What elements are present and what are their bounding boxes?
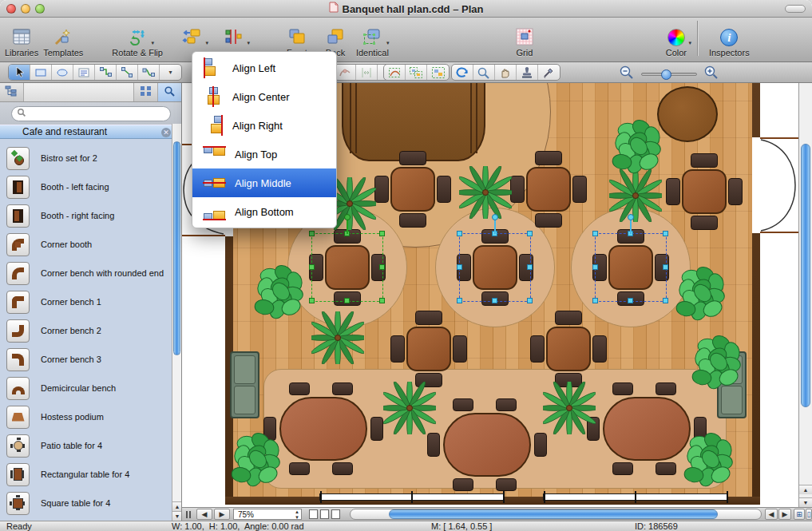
title-bar[interactable]: Banquet hall plan.cdd – Plan [0, 0, 812, 18]
search-field[interactable] [11, 106, 171, 121]
corner-bench-rounded-icon[interactable] [6, 262, 30, 285]
sidebar-scrollbar[interactable]: ▲ ▼ [172, 124, 181, 521]
selection-handle[interactable] [527, 264, 533, 270]
reshape-tool[interactable] [384, 65, 406, 80]
palm-plant[interactable] [383, 382, 436, 438]
canvas-vscrollbar-thumb[interactable] [801, 144, 810, 407]
selection-handle[interactable] [492, 298, 497, 303]
selection-handle[interactable] [592, 298, 598, 303]
selection-box[interactable] [311, 233, 383, 302]
selection-box[interactable] [459, 233, 531, 302]
hostess-podium-icon[interactable] [6, 406, 30, 429]
distribute-shapes-tool[interactable] [356, 65, 378, 80]
scroll-down-icon[interactable]: ▼ [172, 511, 182, 521]
stamp-tool[interactable] [517, 65, 538, 80]
scroll-up-icon[interactable]: ▲ [172, 501, 182, 511]
search-input[interactable] [30, 108, 157, 120]
bush-plant[interactable] [691, 334, 747, 393]
menu-item-center[interactable]: Align Center [192, 82, 336, 111]
selection-handle[interactable] [663, 264, 668, 270]
sidebar-scrollbar-thumb[interactable] [173, 141, 180, 355]
bush-plant[interactable] [683, 431, 739, 490]
bistro-set-icon[interactable] [6, 147, 30, 170]
hscroll-left-icon[interactable]: ◀ [765, 509, 778, 520]
selection-handle[interactable] [309, 231, 315, 236]
rectangular-table-icon[interactable] [6, 463, 30, 486]
square-table[interactable] [530, 311, 607, 387]
selection-handle[interactable] [527, 298, 533, 303]
zoom-slider-thumb[interactable] [661, 69, 671, 80]
selection-handle[interactable] [527, 231, 533, 236]
list-item[interactable]: Booth - right facing [0, 201, 172, 230]
group-tool[interactable] [406, 65, 427, 80]
zoom-level-field[interactable]: 75% ▲▼ [233, 509, 302, 520]
palm-plant[interactable] [459, 166, 512, 222]
menu-item-middle[interactable]: Align Middle [192, 168, 336, 197]
list-item[interactable]: Hostess podium [0, 402, 172, 431]
tab-tree-view[interactable] [0, 83, 24, 101]
sofa[interactable] [230, 351, 259, 418]
square-table[interactable] [510, 151, 587, 228]
library-panel-header[interactable]: Cafe and restaurant ✕ [0, 125, 182, 139]
list-item[interactable]: Corner bench 3 [0, 345, 172, 374]
ungroup-tool[interactable] [427, 65, 449, 80]
stage-counter[interactable] [342, 83, 485, 161]
palm-plant[interactable] [543, 382, 596, 438]
eyedropper-tool[interactable] [538, 65, 560, 80]
rotation-handle[interactable] [492, 214, 498, 220]
selection-handle[interactable] [309, 298, 315, 303]
select-tool[interactable] [9, 65, 30, 80]
sync-tool[interactable] [452, 65, 473, 80]
selection-handle[interactable] [379, 264, 385, 270]
selection-handle[interactable] [663, 231, 668, 236]
hscroll-right-icon[interactable]: ▶ [778, 509, 791, 520]
list-item[interactable]: Square table for 4 [0, 489, 172, 517]
tab-grid-view[interactable] [134, 83, 158, 101]
identical-button[interactable]: ▾Identical [356, 18, 389, 57]
next-page-button[interactable]: ▶ [214, 509, 230, 520]
corner-booth-icon[interactable] [6, 233, 30, 256]
connector-curve-tool[interactable] [138, 65, 160, 80]
list-item[interactable]: Corner bench 1 [0, 287, 172, 316]
menu-item-bottom[interactable]: Align Bottom [192, 197, 336, 226]
list-item[interactable]: Patio table for 4 [0, 431, 172, 460]
grid-button[interactable]: Grid [509, 18, 541, 57]
templates-button[interactable]: Templates [43, 18, 83, 57]
selection-handle[interactable] [663, 298, 668, 303]
prev-page-button[interactable]: ◀ [196, 509, 212, 520]
fit-page-icon[interactable]: ⊞ [794, 509, 805, 520]
bush-plant[interactable] [611, 118, 667, 177]
bush-plant[interactable] [253, 264, 309, 323]
text-tool[interactable] [73, 65, 95, 80]
menu-item-right[interactable]: Align Right [192, 111, 336, 140]
selection-handle[interactable] [457, 231, 462, 236]
toolbar-toggle-button[interactable] [785, 5, 806, 13]
zoom-slider[interactable] [641, 73, 697, 76]
dropdown-arrow[interactable]: ▾ [160, 65, 181, 80]
canvas-hscrollbar[interactable] [350, 509, 762, 520]
close-panel-icon[interactable]: ✕ [161, 128, 171, 137]
canvas-vscrollbar[interactable]: ▲ ▼ [798, 83, 812, 507]
selection-handle[interactable] [592, 231, 598, 236]
square-table-icon[interactable] [6, 492, 30, 515]
canvas-scroll-up-icon[interactable]: ▲ [799, 485, 812, 494]
list-item[interactable]: Corner booth [0, 230, 172, 259]
inspectors-button[interactable]: iInspectors [709, 18, 750, 57]
distribute-button[interactable]: ▾ [217, 18, 249, 48]
list-item[interactable]: Demicircular bench [0, 374, 172, 402]
booth-left-icon[interactable] [6, 176, 30, 199]
palm-plant[interactable] [311, 311, 364, 367]
selection-handle[interactable] [309, 264, 315, 270]
square-table[interactable] [666, 153, 743, 230]
selection-box[interactable] [595, 233, 667, 302]
bush-plant[interactable] [230, 431, 286, 490]
pan-hand-tool[interactable] [495, 65, 517, 80]
bush-plant[interactable] [675, 265, 731, 324]
libraries-button[interactable]: Libraries [5, 18, 38, 57]
zoom-in-icon[interactable] [703, 65, 719, 84]
rotation-handle[interactable] [344, 214, 351, 220]
menu-item-top[interactable]: Align Top [192, 140, 336, 168]
selection-handle[interactable] [457, 298, 462, 303]
list-item[interactable]: Corner bench 2 [0, 316, 172, 345]
selection-handle[interactable] [379, 231, 385, 236]
